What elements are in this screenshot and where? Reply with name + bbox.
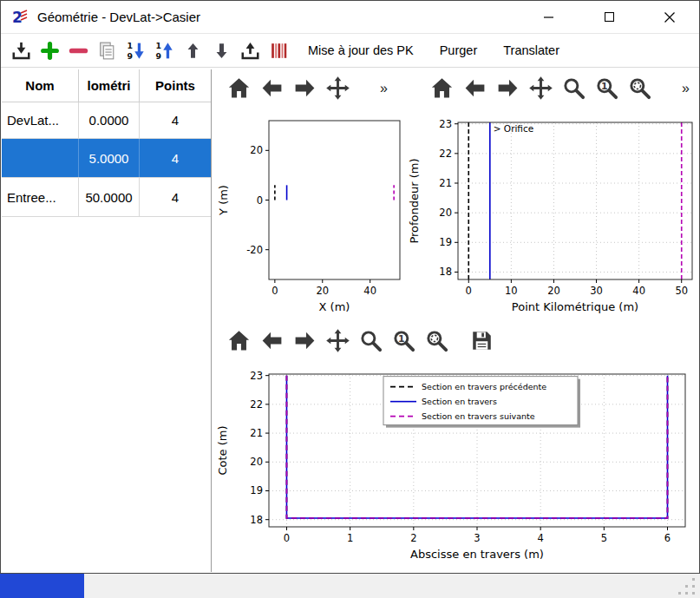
svg-text:0: 0 <box>466 285 472 297</box>
import-button[interactable] <box>10 39 33 62</box>
toolbar-overflow-button[interactable]: » <box>682 82 690 95</box>
back-icon <box>259 76 285 101</box>
resize-grip[interactable] <box>677 577 697 596</box>
maximize-icon <box>605 12 614 22</box>
svg-text:Profondeur (m): Profondeur (m) <box>408 158 421 243</box>
maximize-button[interactable] <box>590 1 628 33</box>
svg-text:0: 0 <box>257 194 263 207</box>
profiles-stripes-button[interactable] <box>267 39 291 62</box>
svg-text:23: 23 <box>439 118 452 130</box>
svg-text:20: 20 <box>439 207 452 219</box>
import-icon <box>10 40 32 62</box>
toolbar-overflow-button[interactable]: » <box>380 82 388 95</box>
table-row-selected[interactable]: 5.0000 4 <box>2 139 211 178</box>
remove-button[interactable] <box>67 39 90 62</box>
svg-text:1: 1 <box>156 41 162 50</box>
close-button[interactable] <box>651 1 689 33</box>
column-header-nom[interactable]: Nom <box>2 69 79 102</box>
column-header-pk[interactable]: lométri <box>79 69 140 102</box>
minimize-button[interactable] <box>529 1 567 33</box>
pan-button[interactable] <box>324 327 351 354</box>
back-button[interactable] <box>461 75 488 102</box>
forward-button[interactable] <box>291 75 318 102</box>
back-button[interactable] <box>258 327 285 354</box>
cell-nom: Entree... <box>2 178 79 216</box>
svg-text:30: 30 <box>590 285 603 297</box>
sort-down-icon: 1 9 <box>125 40 147 62</box>
zoom-one-button[interactable]: 1 <box>593 75 620 102</box>
svg-text:1: 1 <box>347 532 353 544</box>
svg-text:9: 9 <box>156 50 162 60</box>
plan-view-plot[interactable]: 02040-20020X (m)Y (m) <box>215 112 405 318</box>
cell-pk: 50.0000 <box>79 178 140 216</box>
svg-text:Point Kilométrique (m): Point Kilométrique (m) <box>512 300 638 313</box>
svg-text:21: 21 <box>250 427 263 439</box>
svg-text:6: 6 <box>664 532 671 544</box>
paste-button[interactable] <box>95 39 119 62</box>
zoom-button[interactable] <box>560 75 587 102</box>
background-window-fragment <box>0 574 84 598</box>
move-down-button[interactable] <box>210 39 233 62</box>
table-header-row: Nom lométri Points <box>2 69 211 102</box>
pan-icon <box>325 76 350 101</box>
home-button[interactable] <box>226 327 252 354</box>
add-icon <box>39 40 61 62</box>
cross-section-plot[interactable]: 0123456181920212223Abscisse en travers (… <box>214 364 694 567</box>
update-pk-button[interactable]: Mise à jour des PK <box>308 43 414 57</box>
pan-button[interactable] <box>324 75 351 102</box>
content-area: Nom lométri Points DevLat... 0.0000 4 5.… <box>2 69 698 572</box>
svg-text:18: 18 <box>439 266 452 278</box>
sort-up-icon: 1 9 <box>154 40 175 62</box>
cell-points: 4 <box>140 178 211 216</box>
svg-text:4: 4 <box>538 532 544 544</box>
profiles-stripes-icon <box>268 40 290 62</box>
svg-text:10: 10 <box>505 285 518 297</box>
zoom-one-button[interactable]: 1 <box>390 327 417 354</box>
forward-button[interactable] <box>291 327 318 354</box>
translate-button[interactable]: Translater <box>503 43 559 57</box>
zoom-select-icon <box>627 76 652 101</box>
svg-text:0: 0 <box>284 532 290 544</box>
back-button[interactable] <box>258 75 285 102</box>
pan-button[interactable] <box>527 75 554 102</box>
svg-text:19: 19 <box>439 236 452 248</box>
back-icon <box>462 76 487 101</box>
zoom-icon <box>561 76 586 101</box>
svg-text:-20: -20 <box>246 244 263 256</box>
zoom-one-icon: 1 <box>594 76 619 101</box>
zoom-select-button[interactable] <box>423 327 450 354</box>
add-button[interactable] <box>38 39 62 62</box>
cell-points: 4 <box>140 102 211 138</box>
table-row[interactable]: DevLat... 0.0000 4 <box>2 102 211 139</box>
svg-text:19: 19 <box>250 484 263 496</box>
sort-up-button[interactable]: 1 9 <box>153 39 176 62</box>
export-button[interactable] <box>239 39 262 62</box>
forward-button[interactable] <box>494 75 521 102</box>
zoom-select-icon <box>424 328 449 353</box>
home-button[interactable] <box>226 75 252 102</box>
svg-text:1: 1 <box>128 41 134 50</box>
save-button[interactable] <box>468 327 495 354</box>
svg-text:1: 1 <box>398 333 405 345</box>
zoom-select-button[interactable] <box>626 75 653 102</box>
app-icon: 2 <box>11 9 29 26</box>
move-down-icon <box>212 41 232 61</box>
home-button[interactable] <box>429 75 455 102</box>
zoom-button[interactable] <box>357 327 384 354</box>
move-up-button[interactable] <box>181 39 205 62</box>
column-header-points[interactable]: Points <box>140 69 211 102</box>
svg-text:40: 40 <box>632 285 645 297</box>
sort-down-button[interactable]: 1 9 <box>124 39 147 62</box>
table-row[interactable]: Entree... 50.0000 4 <box>2 178 211 217</box>
longitudinal-profile-plot[interactable]: 01020304050181920212223Point Kilométriqu… <box>406 112 698 319</box>
forward-icon <box>292 76 317 101</box>
plan-plot-toolbar: » <box>226 75 388 102</box>
geometry-window: 2 Géométrie - DevLat->Casier <box>0 0 700 574</box>
svg-text:Abscisse en travers (m): Abscisse en travers (m) <box>410 548 544 561</box>
plots-panel: » 1» 1 02040-20020X (m)Y (m) 01020304050… <box>212 69 698 572</box>
svg-text:1: 1 <box>601 81 608 92</box>
purge-button[interactable]: Purger <box>440 43 478 57</box>
paste-icon <box>96 40 118 62</box>
svg-text:22: 22 <box>250 398 263 411</box>
cell-pk: 0.0000 <box>79 102 140 138</box>
